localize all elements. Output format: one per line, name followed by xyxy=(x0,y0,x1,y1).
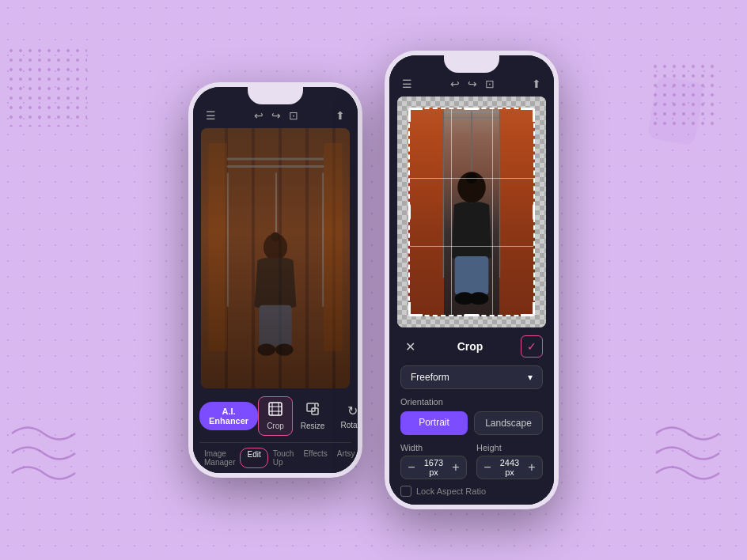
phones-container: ☰ ↩ ↪ ⊡ ⬆ xyxy=(188,51,559,509)
phone-2: ☰ ↩ ↪ ⊡ ⬆ xyxy=(385,51,559,509)
orientation-label: Orientation xyxy=(400,397,543,407)
rotate-tool-icon: ↻ xyxy=(347,403,358,418)
portrait-button[interactable]: Portrait xyxy=(400,411,468,435)
dropdown-arrow: ▾ xyxy=(528,372,533,383)
phone2-redo-icon[interactable]: ↪ xyxy=(468,78,477,90)
dropdown-row: Freeform ▾ xyxy=(400,365,543,389)
landscape-button[interactable]: Landscape xyxy=(474,411,543,435)
phone2-save-icon[interactable]: ⊡ xyxy=(485,78,495,90)
width-group: Width − 1673 px + xyxy=(400,443,467,479)
width-value: 1673 px xyxy=(422,458,446,477)
height-plus-button[interactable]: + xyxy=(521,456,542,479)
share-icon[interactable]: ⬆ xyxy=(336,109,345,122)
rotate-label: Rotate xyxy=(340,421,362,429)
width-plus-button[interactable]: + xyxy=(446,456,466,479)
orientation-row: Portrait Landscape xyxy=(400,411,543,435)
menu-icon[interactable]: ☰ xyxy=(206,109,216,122)
svg-rect-2 xyxy=(652,63,715,127)
tab-image-manager[interactable]: Image Manager xyxy=(199,448,240,468)
phone-1-notch xyxy=(248,87,303,104)
rotate-tool[interactable]: ↻ Rotate xyxy=(332,399,362,434)
width-minus-button[interactable]: − xyxy=(401,456,422,479)
lock-checkbox[interactable] xyxy=(400,486,411,497)
crop-panel-header: ✕ Crop ✓ xyxy=(400,335,543,358)
tab-edit[interactable]: Edit xyxy=(240,448,267,468)
width-control: − 1673 px + xyxy=(400,456,467,479)
lock-label: Lock Aspect Ratio xyxy=(416,486,486,496)
phone2-undo-icon[interactable]: ↩ xyxy=(450,78,460,90)
resize-label: Resize xyxy=(301,422,325,430)
tab-touch-up[interactable]: Touch Up xyxy=(268,448,299,468)
phone-2-notch xyxy=(444,55,499,73)
crop-label: Crop xyxy=(267,422,284,430)
height-label: Height xyxy=(476,443,543,452)
svg-rect-1 xyxy=(8,47,87,127)
resize-tool-icon xyxy=(305,402,320,419)
dropdown-value: Freeform xyxy=(411,372,449,383)
height-control: − 2443 px + xyxy=(476,456,543,479)
phone2-share-icon[interactable]: ⬆ xyxy=(532,78,541,90)
undo-icon[interactable]: ↩ xyxy=(254,109,264,122)
crop-tool[interactable]: Crop xyxy=(258,396,293,436)
redo-icon[interactable]: ↪ xyxy=(271,109,281,122)
save-icon[interactable]: ⊡ xyxy=(289,109,298,122)
dimensions-row: Width − 1673 px + Height − 2443 px + xyxy=(400,443,543,479)
lock-row: Lock Aspect Ratio xyxy=(400,486,543,497)
close-button[interactable]: ✕ xyxy=(400,337,419,356)
crop-panel: ✕ Crop ✓ Freeform ▾ Orientation Portrait… xyxy=(389,327,554,505)
phone-1: ☰ ↩ ↪ ⊡ ⬆ xyxy=(188,82,362,478)
tools-row: A.I. Enhancer Crop xyxy=(199,396,351,436)
width-label: Width xyxy=(400,443,467,452)
photo-area xyxy=(201,128,350,388)
bottom-toolbar: A.I. Enhancer Crop xyxy=(193,388,358,473)
aspect-ratio-dropdown[interactable]: Freeform ▾ xyxy=(400,365,543,389)
crop-photo-area xyxy=(397,96,546,327)
confirm-button[interactable]: ✓ xyxy=(521,335,543,358)
height-group: Height − 2443 px + xyxy=(476,443,543,479)
tab-artsy[interactable]: Artsy xyxy=(332,448,360,468)
resize-tool[interactable]: Resize xyxy=(293,397,333,435)
crop-tool-icon xyxy=(268,402,282,419)
crop-panel-title: Crop xyxy=(457,340,483,353)
svg-rect-15 xyxy=(269,403,282,415)
height-minus-button[interactable]: − xyxy=(477,456,498,479)
tab-effects[interactable]: Effects xyxy=(298,448,332,468)
nav-tabs: Image Manager Edit Touch Up Effects Arts… xyxy=(199,442,351,468)
ai-enhancer-button[interactable]: A.I. Enhancer xyxy=(199,402,258,430)
svg-rect-20 xyxy=(307,403,315,411)
height-value: 2443 px xyxy=(498,458,521,477)
phone2-menu-icon[interactable]: ☰ xyxy=(402,78,412,90)
